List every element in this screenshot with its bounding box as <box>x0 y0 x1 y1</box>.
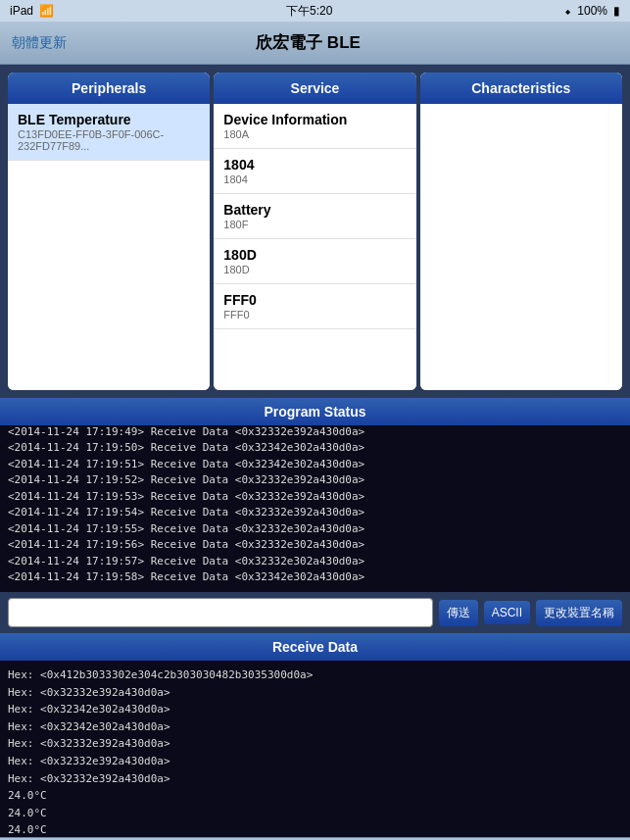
peripherals-header: Peripherals <box>8 73 210 104</box>
status-time: 下午5:20 <box>286 3 332 20</box>
log-line: <2014-11-24 17:19:51> Receive Data <0x32… <box>8 457 622 473</box>
program-status-log[interactable]: <2014-11-24 17:19:48> Receive Data <0x41… <box>0 425 630 592</box>
log-line: <2014-11-24 17:19:54> Receive Data <0x32… <box>8 505 622 521</box>
peripheral-item-0[interactable]: BLE Temperature C13FD0EE-FF0B-3F0F-006C-… <box>8 104 210 161</box>
service-subtitle-3: 180D <box>223 264 406 275</box>
service-item-1[interactable]: 1804 1804 <box>214 149 415 194</box>
service-title-0: Device Information <box>223 112 406 127</box>
receive-data-header: Receive Data <box>0 633 630 661</box>
log-line: <2014-11-24 17:19:50> Receive Data <0x32… <box>8 440 622 457</box>
battery-icon: ▮ <box>613 4 620 18</box>
characteristics-content <box>420 104 622 390</box>
service-title-3: 180D <box>223 247 406 263</box>
log-line: <2014-11-24 17:19:49> Receive Data <0x32… <box>8 425 622 440</box>
receive-line: 24.0°C <box>8 787 622 805</box>
receive-line: 24.0°C <box>8 805 622 822</box>
bluetooth-icon: ⬥ <box>564 4 571 18</box>
ascii-button[interactable]: ASCII <box>484 601 530 624</box>
service-panel: Service Device Information 180A 1804 180… <box>214 73 415 390</box>
service-item-0[interactable]: Device Information 180A <box>214 104 415 149</box>
receive-line: Hex: <0x32332e392a430d0a> <box>8 735 622 753</box>
panels-container: Peripherals BLE Temperature C13FD0EE-FF0… <box>0 65 630 398</box>
characteristics-header: Characteristics <box>420 73 622 104</box>
service-subtitle-1: 1804 <box>223 173 406 185</box>
peripherals-content: BLE Temperature C13FD0EE-FF0B-3F0F-006C-… <box>8 104 210 390</box>
back-button[interactable]: 朝體更新 <box>12 34 67 52</box>
service-title-4: FFF0 <box>223 292 406 308</box>
nav-bar: 朝體更新 欣宏電子 BLE <box>0 22 630 65</box>
send-input[interactable] <box>8 598 433 627</box>
receive-line: Hex: <0x412b3033302e304c2b303030482b3035… <box>8 667 622 684</box>
receive-line: 24.0°C <box>8 821 622 837</box>
log-line: <2014-11-24 17:19:52> Receive Data <0x32… <box>8 472 622 489</box>
service-item-4[interactable]: FFF0 FFF0 <box>214 284 415 329</box>
peripheral-title-0: BLE Temperature <box>18 112 200 127</box>
service-subtitle-4: FFF0 <box>223 309 406 321</box>
service-header: Service <box>214 73 415 104</box>
service-content: Device Information 180A 1804 1804 Batter… <box>214 104 415 390</box>
log-line: <2014-11-24 17:19:58> Receive Data <0x32… <box>8 569 622 586</box>
page-title: 欣宏電子 BLE <box>256 31 361 54</box>
device-label: iPad <box>10 4 33 18</box>
service-item-2[interactable]: Battery 180F <box>214 194 415 239</box>
log-line: <2014-11-24 17:19:56> Receive Data <0x32… <box>8 537 622 554</box>
status-left: iPad 📶 <box>10 4 54 18</box>
log-line: <2014-11-24 17:19:57> Receive Data <0x32… <box>8 554 622 570</box>
log-line: <2014-11-24 17:19:55> Receive Data <0x32… <box>8 521 622 538</box>
service-subtitle-2: 180F <box>223 219 406 230</box>
battery-label: 100% <box>577 4 607 18</box>
status-bar: iPad 📶 下午5:20 ⬥ 100% ▮ <box>0 0 630 22</box>
log-line: <2014-11-24 17:19:53> Receive Data <0x32… <box>8 489 622 506</box>
receive-line: Hex: <0x32332e392a430d0a> <box>8 753 622 770</box>
wifi-icon: 📶 <box>39 4 54 18</box>
status-right: ⬥ 100% ▮ <box>564 4 620 18</box>
receive-line: Hex: <0x32342e302a430d0a> <box>8 701 622 718</box>
peripheral-subtitle-0: C13FD0EE-FF0B-3F0F-006C-232FD77F89... <box>18 128 200 152</box>
service-subtitle-0: 180A <box>223 128 406 140</box>
peripherals-panel: Peripherals BLE Temperature C13FD0EE-FF0… <box>8 73 210 390</box>
service-title-2: Battery <box>223 202 406 218</box>
send-button[interactable]: 傳送 <box>439 600 478 626</box>
rename-button[interactable]: 更改裝置名稱 <box>536 600 622 626</box>
receive-line: Hex: <0x32332e392a430d0a> <box>8 684 622 702</box>
service-item-3[interactable]: 180D 180D <box>214 239 415 284</box>
receive-line: Hex: <0x32332e392a430d0a> <box>8 770 622 788</box>
receive-data-area[interactable]: Hex: <0x412b3033302e304c2b303030482b3035… <box>0 661 630 837</box>
characteristics-panel: Characteristics <box>420 73 622 390</box>
program-status-header: Program Status <box>0 398 630 425</box>
input-bar: 傳送 ASCII 更改裝置名稱 <box>0 592 630 633</box>
service-title-1: 1804 <box>223 157 406 173</box>
receive-line: Hex: <0x32342e302a430d0a> <box>8 718 622 736</box>
